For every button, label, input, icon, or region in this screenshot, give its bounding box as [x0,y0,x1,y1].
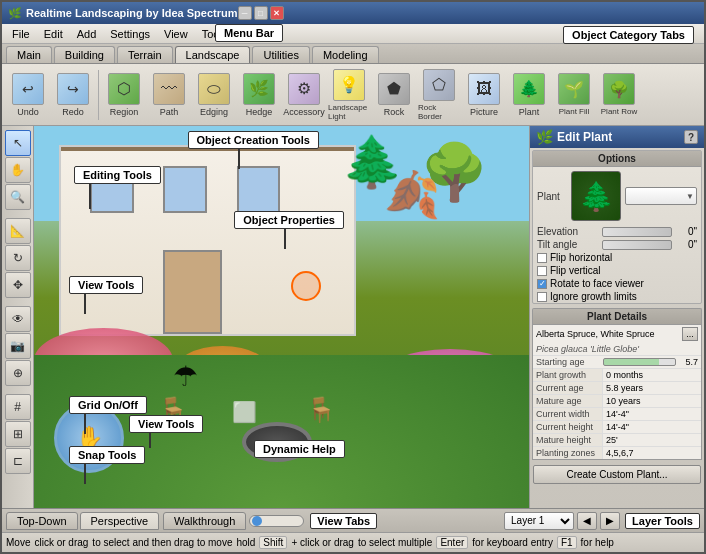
plant-name-row: Alberta Spruce, White Spruce ... [533,325,701,343]
browse-button[interactable]: ... [682,327,698,341]
current-width-key: Current width [533,408,603,420]
dropdown-arrow-icon: ▼ [686,192,694,201]
accessory-icon: ⚙ [288,73,320,105]
viewport[interactable]: 🌳 🍂 🌲 🪑 ⬜ 🪑 ☂ [34,126,529,508]
camera-tool[interactable]: 📷 [5,333,31,359]
tilt-label: Tilt angle [537,239,602,250]
maximize-button[interactable]: □ [254,6,268,20]
view-control-orb[interactable]: ✋ [54,403,124,473]
menu-view[interactable]: View [158,27,194,41]
growth-val: 0 months [603,369,701,381]
tab-modeling[interactable]: Modeling [312,46,379,63]
plant-button[interactable]: 🌲 Plant [507,67,551,123]
layer-btn-2[interactable]: ▶ [600,512,620,530]
plant-row-label: Plant Row [601,107,637,116]
snap-tool[interactable]: ⊞ [5,421,31,447]
rock-button[interactable]: ⬟ Rock [372,67,416,123]
plant-fill-button[interactable]: 🌱 Plant Fill [552,67,596,123]
path-button[interactable]: 〰 Path [147,67,191,123]
menu-tools[interactable]: Tools [196,27,234,41]
f1-key-badge: F1 [557,536,577,549]
status-enter-desc: for keyboard entry [472,537,553,548]
magnet-tool[interactable]: ⊏ [5,448,31,474]
elevation-slider[interactable] [602,227,672,237]
view-tabs-annotation-wrapper: View Tabs [310,513,377,529]
detail-mature-height: Mature height 25' [533,434,701,447]
starting-age-slider[interactable] [603,358,676,366]
zoom-tool[interactable]: 🔍 [5,184,31,210]
detail-plant-growth: Plant growth 0 months [533,369,701,382]
planting-zones-key: Planting zones [533,447,603,459]
ignore-growth-checkbox[interactable] [537,292,547,302]
scene-table: ⬜ [232,400,257,424]
close-button[interactable]: ✕ [270,6,284,20]
tab-walkthrough[interactable]: Walkthrough [163,512,246,530]
scene-house [59,145,356,336]
undo-button[interactable]: ↩ Undo [6,67,50,123]
current-age-key: Current age [533,382,603,394]
face-viewer-checkbox[interactable]: ✓ [537,279,547,289]
rotate-tool[interactable]: ↻ [5,245,31,271]
landscape-light-button[interactable]: 💡 Landscape Light [327,67,371,123]
create-custom-plant-button[interactable]: Create Custom Plant... [533,465,701,484]
grid-tool[interactable]: # [5,394,31,420]
tab-terrain[interactable]: Terrain [117,46,173,63]
flip-v-checkbox[interactable] [537,266,547,276]
elevation-row: Elevation 0" [533,225,701,238]
status-click-drag: click or drag [34,537,88,548]
layer-selector[interactable]: Layer 1 [504,512,574,530]
status-hold: hold [236,537,255,548]
eye-tool[interactable]: 👁 [5,306,31,332]
detail-current-age: Current age 5.8 years [533,382,701,395]
edging-button[interactable]: ⬭ Edging [192,67,236,123]
tab-top-down[interactable]: Top-Down [6,512,78,530]
tab-utilities[interactable]: Utilities [252,46,309,63]
orbit-tool[interactable]: ⊕ [5,360,31,386]
scene-window-2 [163,166,207,213]
rock-icon: ⬟ [378,73,410,105]
redo-button[interactable]: ↪ Redo [51,67,95,123]
plant-dropdown[interactable]: ▼ [625,187,697,205]
mature-age-key: Mature age [533,395,603,407]
tilt-value: 0" [672,239,697,250]
right-panel: 🌿 Edit Plant ? Options Plant 🌲 ▼ [529,126,704,508]
mature-height-key: Mature height [533,434,603,446]
plant-fill-icon: 🌱 [558,73,590,105]
accessory-button[interactable]: ⚙ Accessory [282,67,326,123]
plant-row-button[interactable]: 🌳 Plant Row [597,67,641,123]
flip-h-checkbox[interactable] [537,253,547,263]
select-tool[interactable]: ↖ [5,130,31,156]
tab-building[interactable]: Building [54,46,115,63]
tilt-slider[interactable] [602,240,672,250]
tab-perspective[interactable]: Perspective [80,512,159,530]
starting-age-label: Starting age [536,357,601,367]
panel-help-button[interactable]: ? [684,130,698,144]
menu-add[interactable]: Add [71,27,103,41]
status-select-hint: to select multiple [358,537,432,548]
picture-button[interactable]: 🖼 Picture [462,67,506,123]
move-tool[interactable]: ✥ [5,272,31,298]
menu-settings[interactable]: Settings [104,27,156,41]
menu-help[interactable]: Help [235,27,270,41]
tab-main[interactable]: Main [6,46,52,63]
menu-edit[interactable]: Edit [38,27,69,41]
walkthrough-slider[interactable] [249,515,304,527]
picture-icon: 🖼 [468,73,500,105]
pan-tool[interactable]: ✋ [5,157,31,183]
face-viewer-label: Rotate to face viewer [550,278,644,289]
walkthrough-slider-thumb [252,516,262,526]
layer-btn-1[interactable]: ◀ [577,512,597,530]
region-button[interactable]: ⬡ Region [102,67,146,123]
rock-border-button[interactable]: ⬠ Rock Border [417,67,461,123]
scene-chair-2: 🪑 [306,396,336,424]
minimize-button[interactable]: ─ [238,6,252,20]
hedge-button[interactable]: 🌿 Hedge [237,67,281,123]
region-icon: ⬡ [108,73,140,105]
menu-file[interactable]: File [6,27,36,41]
edging-label: Edging [200,107,228,117]
layer-area: Layer 1 ◀ ▶ Layer Tools [504,512,700,530]
rock-border-icon: ⬠ [423,69,455,101]
measure-tool[interactable]: 📐 [5,218,31,244]
toolbar: ↩ Undo ↪ Redo ⬡ Region 〰 Path ⬭ Edging 🌿… [2,64,704,126]
tab-landscape[interactable]: Landscape [175,46,251,63]
